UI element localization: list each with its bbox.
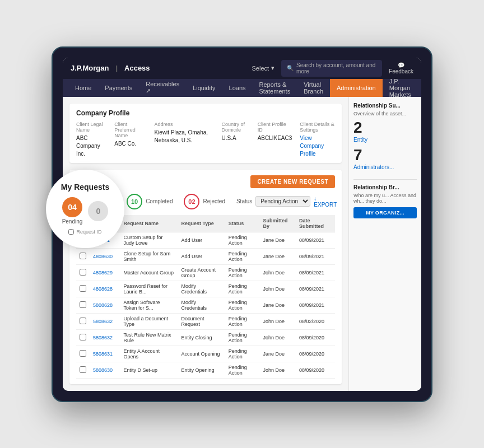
row-checkbox-cell xyxy=(76,264,90,281)
row-checkbox-cell xyxy=(76,346,90,362)
row-select-checkbox[interactable] xyxy=(80,318,86,324)
table-row: 5808631 Entity A Account Opens Account O… xyxy=(76,346,335,362)
row-status: Pending Action xyxy=(225,362,260,378)
row-select-checkbox[interactable] xyxy=(80,285,86,292)
row-id: 5808632 xyxy=(90,313,120,329)
row-select-checkbox[interactable] xyxy=(80,366,86,373)
row-name: Assign Software Token for S... xyxy=(120,297,178,313)
row-type: Modify Credentials xyxy=(178,281,225,297)
request-id-link[interactable]: 5808630 xyxy=(93,367,113,373)
row-checkbox-cell xyxy=(76,248,90,264)
request-id-link[interactable]: 4808630 xyxy=(93,254,113,259)
view-company-profile-link[interactable]: View Company Profile xyxy=(300,135,324,157)
top-nav: J.P.Morgan | Access Select ▾ 🔍 Search by… xyxy=(63,58,421,79)
status-filter-select[interactable]: Pending Action xyxy=(255,196,310,207)
field-label-details: Client Details & Settings xyxy=(300,122,335,133)
row-date: 08/09/2020 xyxy=(296,362,335,378)
profile-field-id: Client Profile ID ABCLIKEAC3 xyxy=(258,122,292,157)
brand-access: Access xyxy=(124,64,150,72)
my-requests-row: 04 Pending 0 xyxy=(62,197,109,225)
row-date: 08/09/2020 xyxy=(296,346,335,362)
col-request-name: Request Name xyxy=(120,215,178,232)
request-id-link[interactable]: 5808628 xyxy=(93,302,113,308)
brand-logo: J.P.Morgan xyxy=(71,64,109,72)
field-label-address: Address xyxy=(154,122,213,127)
row-type: Create Account Group xyxy=(178,264,225,281)
row-status: Pending Action xyxy=(225,313,260,329)
field-value-country: U.S.A xyxy=(222,135,236,141)
row-checkbox-cell xyxy=(76,313,90,329)
nav-item-admin[interactable]: Administration xyxy=(330,79,383,97)
profile-field-address: Address Kiewit Plaza, Omaha, Nebraska, U… xyxy=(154,122,213,157)
row-name: Custom Setup for Judy Lowe xyxy=(120,232,178,248)
admin-count: 7 xyxy=(353,147,417,163)
field-value-legal: ABC Company Inc. xyxy=(76,135,100,157)
nav-item-jpmorgan[interactable]: J.P. Morgan Markets xyxy=(383,79,418,97)
export-button[interactable]: ↓ EXPORT xyxy=(314,195,337,208)
row-select-checkbox[interactable] xyxy=(80,350,86,357)
row-select-checkbox[interactable] xyxy=(80,253,86,259)
table-row: 4808628 Password Reset for Laurie B... M… xyxy=(76,281,335,297)
feedback-btn[interactable]: 💬 Feedback xyxy=(389,62,413,74)
row-id: 5808632 xyxy=(90,329,120,346)
my-requests-title: My Requests xyxy=(61,183,109,192)
screen-wrapper: J.P.Morgan | Access Select ▾ 🔍 Search by… xyxy=(63,58,421,391)
nav-item-loans[interactable]: Loans xyxy=(222,79,253,97)
row-status: Pending Action xyxy=(225,248,260,264)
row-date: 08/02/2020 xyxy=(296,313,335,329)
row-type: Entity Closing xyxy=(178,329,225,346)
relationship-summary-section: Relationship Su... Overview of the asset… xyxy=(353,102,417,170)
feedback-label: Feedback xyxy=(389,68,413,74)
col-submitted-by: Submitted By xyxy=(259,215,296,232)
entity-link[interactable]: Entity xyxy=(353,137,417,143)
table-body: 168631 Custom Setup for Judy Lowe Add Us… xyxy=(76,232,335,378)
request-id-link[interactable]: 4808629 xyxy=(93,270,113,276)
row-date: 08/09/2020 xyxy=(296,329,335,346)
request-id-link[interactable]: 5808632 xyxy=(93,319,113,324)
row-select-checkbox[interactable] xyxy=(80,269,86,276)
row-status: Pending Action xyxy=(225,329,260,346)
brand-divider: | xyxy=(115,64,118,72)
relationship-summary-desc: Overview of the asset... xyxy=(353,111,417,116)
my-requests-circle: My Requests 04 Pending 0 xyxy=(46,170,124,248)
nav-item-liquidity[interactable]: Liquidity xyxy=(186,79,222,97)
create-new-request-button[interactable]: CREATE NEW REQUEST xyxy=(250,175,335,188)
row-date: 08/09/2021 xyxy=(296,297,335,313)
nav-item-home[interactable]: Home xyxy=(68,79,98,97)
nav-item-reports[interactable]: Reports & Statements xyxy=(253,79,297,97)
request-id-link[interactable]: 5808631 xyxy=(93,351,113,357)
nav-select[interactable]: Select ▾ xyxy=(252,64,275,72)
pending-label: Pending xyxy=(62,218,83,225)
brand: J.P.Morgan | Access xyxy=(71,64,150,72)
row-select-checkbox[interactable] xyxy=(80,301,86,308)
profile-field-legal-name: Client Legal Name ABC Company Inc. xyxy=(76,122,106,157)
nav-item-receivables[interactable]: Receivables ↗ xyxy=(139,79,186,97)
row-type: Add User xyxy=(178,248,225,264)
request-id-link[interactable]: 4808628 xyxy=(93,286,113,292)
row-date: 08/09/2021 xyxy=(296,248,335,264)
row-id: 4808630 xyxy=(90,248,120,264)
row-name: Clone Setup for Sam Smith xyxy=(120,248,178,264)
admin-link[interactable]: Administrators... xyxy=(353,164,417,170)
relationship-summary-title: Relationship Su... xyxy=(353,102,417,109)
row-submitted-by: Jane Doe xyxy=(259,346,296,362)
row-submitted-by: Jane Doe xyxy=(259,232,296,248)
request-id-link[interactable]: 5808632 xyxy=(93,335,113,340)
nav-item-virtual[interactable]: Virtual Branch xyxy=(297,79,330,97)
nav-item-payments[interactable]: Payments xyxy=(98,79,139,97)
completed-count: 10 xyxy=(127,194,142,209)
row-name: Entity A Account Opens xyxy=(120,346,178,362)
row-type: Add User xyxy=(178,232,225,248)
request-id-row: Request ID xyxy=(68,229,101,235)
profile-field-country: Country of Domicile U.S.A xyxy=(222,122,250,157)
request-id-checkbox[interactable] xyxy=(68,229,74,235)
my-organization-button[interactable]: MY ORGANIZ... xyxy=(353,207,417,218)
row-select-checkbox[interactable] xyxy=(80,334,86,340)
other-count: 0 xyxy=(96,207,100,216)
search-bar[interactable]: 🔍 Search by account, amount and more xyxy=(281,60,382,77)
row-status: Pending Action xyxy=(225,346,260,362)
search-placeholder: Search by account, amount and more xyxy=(296,62,376,74)
table-row: 4808630 Clone Setup for Sam Smith Add Us… xyxy=(76,248,335,264)
col-status: Status xyxy=(225,215,260,232)
entity-count: 2 xyxy=(353,120,417,136)
